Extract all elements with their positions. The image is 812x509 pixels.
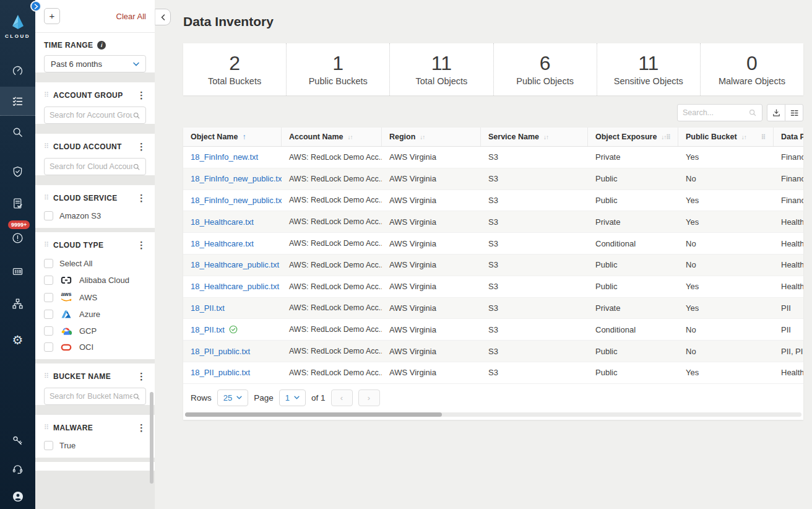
- object-name-link[interactable]: 18_PII.txt: [191, 325, 225, 334]
- filter-section-time-range: + Clear All TIME RANGE i Past 6 months: [35, 0, 155, 72]
- column-drag-handle-icon[interactable]: ⠿: [761, 134, 766, 141]
- stat-cell: 2 Total Buckets: [183, 43, 286, 95]
- horizontal-scrollbar-thumb[interactable]: [185, 412, 442, 417]
- object-name-link[interactable]: 18_FinInfo_new_public.txt: [191, 196, 282, 205]
- column-header[interactable]: Object Exposure ↓↑ ⠿: [588, 128, 678, 146]
- info-icon[interactable]: i: [97, 41, 106, 50]
- object-name-link[interactable]: 18_Healthcare_public.txt: [191, 282, 279, 291]
- chevron-down-icon: [236, 396, 242, 399]
- object-name-link[interactable]: 18_Healthcare.txt: [191, 217, 254, 227]
- drag-handle-icon[interactable]: ⠿: [44, 142, 49, 150]
- sort-icon: ↓↑: [348, 134, 353, 141]
- prisma-cloud-logo[interactable]: CLOUD: [0, 14, 35, 39]
- drag-handle-icon[interactable]: ⠿: [44, 241, 49, 249]
- previous-page-button[interactable]: ‹: [331, 389, 353, 406]
- aws-checkbox[interactable]: [44, 293, 53, 302]
- filter-section-malware: ⠿ MALWARE ⋮ True: [35, 415, 155, 458]
- cloud-account-search-input[interactable]: [50, 162, 132, 171]
- download-button[interactable]: [767, 104, 785, 121]
- filter-collapse-button[interactable]: [155, 9, 171, 25]
- table-row: 18_FinInfo_new.txt AWS: RedLock Demo Acc…: [183, 147, 803, 168]
- data-inventory-table: Object Name ↑ Account Name ↓↑ Region ↓↑: [183, 128, 803, 420]
- object-name-link[interactable]: 18_PII.txt: [191, 303, 225, 313]
- nav-inventory-selected[interactable]: [0, 87, 35, 116]
- object-exposure-cell: Conditional: [588, 239, 678, 248]
- add-filter-button[interactable]: +: [44, 8, 60, 24]
- nav-dashboard[interactable]: [0, 64, 35, 77]
- column-header[interactable]: Account Name ↓↑: [282, 128, 382, 146]
- azure-checkbox[interactable]: [44, 310, 53, 319]
- kebab-menu-icon[interactable]: ⋮: [137, 240, 146, 250]
- gcp-checkbox[interactable]: [44, 326, 53, 336]
- object-name-link[interactable]: 18_PII_public.txt: [191, 347, 250, 356]
- clear-all-button[interactable]: Clear All: [116, 12, 146, 21]
- select-all-checkbox[interactable]: [44, 259, 53, 268]
- stat-label: Public Buckets: [309, 76, 368, 86]
- bucket-name-search-input[interactable]: [50, 392, 132, 401]
- nav-settings[interactable]: ⚙: [0, 334, 35, 346]
- public-bucket-cell: Yes: [678, 217, 774, 227]
- data-profile-cell: Healthcare: [774, 260, 803, 269]
- column-header[interactable]: Public Bucket ↓↑ ⠿: [678, 128, 774, 146]
- malware-true-checkbox[interactable]: [44, 441, 53, 450]
- column-label: Service Name: [488, 133, 539, 141]
- nav-compliance[interactable]: [0, 165, 35, 178]
- rail-expand-button[interactable]: [30, 1, 41, 12]
- column-header[interactable]: Data Profile: [774, 128, 803, 146]
- nav-access-keys[interactable]: [0, 434, 35, 447]
- total-pages: of 1: [311, 393, 326, 402]
- data-profile-cell: PII: [774, 303, 803, 313]
- drag-handle-icon[interactable]: ⠿: [44, 372, 49, 380]
- nav-support[interactable]: [0, 463, 35, 476]
- nav-alerts[interactable]: [0, 232, 35, 245]
- object-name-link[interactable]: 18_Healthcare_public.txt: [191, 260, 279, 269]
- page-label: Page: [254, 393, 274, 402]
- nav-compute[interactable]: [0, 265, 35, 278]
- nav-network[interactable]: [0, 297, 35, 310]
- account-group-search-input[interactable]: [50, 111, 132, 120]
- nav-search[interactable]: [0, 126, 35, 139]
- next-page-button[interactable]: ›: [358, 389, 380, 406]
- kebab-menu-icon[interactable]: ⋮: [137, 423, 146, 432]
- object-name-link[interactable]: 18_FinInfo_new.txt: [191, 152, 258, 162]
- drag-handle-icon[interactable]: ⠿: [44, 194, 49, 202]
- alibaba-checkbox[interactable]: [44, 276, 53, 285]
- column-header[interactable]: Service Name ↓↑: [481, 128, 588, 146]
- data-profile-cell: Healthcare: [774, 368, 803, 377]
- column-label: Public Bucket: [686, 133, 737, 141]
- table-search-input[interactable]: [683, 108, 748, 117]
- amazon-s3-checkbox[interactable]: [44, 211, 53, 220]
- column-settings-button[interactable]: [785, 104, 803, 121]
- report-check-icon: [11, 197, 24, 210]
- stat-value: 2: [229, 53, 240, 74]
- page-select[interactable]: 1: [279, 389, 306, 406]
- cloud-account-search: [44, 158, 146, 175]
- column-drag-handle-icon[interactable]: ⠿: [666, 134, 670, 141]
- kebab-menu-icon[interactable]: ⋮: [137, 372, 146, 381]
- account-name-cell: AWS: RedLock Demo Acc...: [282, 153, 382, 162]
- region-cell: AWS Virginia: [382, 282, 481, 291]
- column-header[interactable]: Region ↓↑: [382, 128, 481, 146]
- horizontal-scrollbar-track[interactable]: [185, 412, 801, 417]
- filter-panel-scrollbar[interactable]: [150, 392, 153, 484]
- rows-per-page-select[interactable]: 25: [217, 389, 248, 406]
- alerts-count-badge[interactable]: 9999+: [8, 220, 30, 229]
- region-cell: AWS Virginia: [382, 196, 481, 205]
- nav-profile[interactable]: [0, 490, 35, 503]
- kebab-menu-icon[interactable]: ⋮: [137, 142, 146, 151]
- object-name-link[interactable]: 18_FinInfo_new_public.txt: [191, 174, 282, 183]
- object-name-link[interactable]: 18_Healthcare.txt: [191, 239, 254, 248]
- oci-checkbox[interactable]: [44, 342, 53, 352]
- kebab-menu-icon[interactable]: ⋮: [137, 193, 146, 202]
- table-row: 18_FinInfo_new_public.txt AWS: RedLock D…: [183, 190, 803, 212]
- nav-reports[interactable]: [0, 197, 35, 210]
- drag-handle-icon[interactable]: ⠿: [44, 424, 49, 432]
- kebab-menu-icon[interactable]: ⋮: [137, 90, 146, 100]
- chevron-right-icon: [34, 4, 38, 9]
- user-avatar-icon: [11, 490, 25, 503]
- drag-handle-icon[interactable]: ⠿: [44, 91, 49, 99]
- object-name-link[interactable]: 18_PII_public.txt: [191, 368, 250, 377]
- time-range-select[interactable]: Past 6 months: [44, 55, 146, 72]
- column-header[interactable]: Object Name ↑: [183, 128, 282, 146]
- account-name-cell: AWS: RedLock Demo Acc...: [282, 196, 382, 204]
